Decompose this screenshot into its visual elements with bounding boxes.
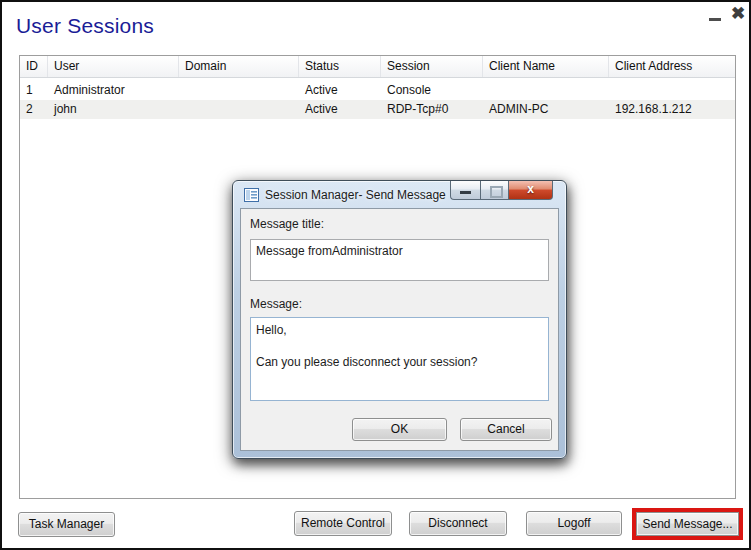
minimize-icon[interactable] <box>707 14 723 24</box>
cell-session: Console <box>381 81 483 100</box>
close-icon[interactable]: ✖ <box>728 3 748 25</box>
cell-status: Active <box>299 100 381 119</box>
table-header: ID User Domain Status Session Client Nam… <box>20 56 735 78</box>
cell-client-address <box>609 81 735 100</box>
dialog-maximize-icon[interactable] <box>480 181 508 200</box>
remote-control-button[interactable]: Remote Control <box>294 511 392 536</box>
send-message-dialog: Session Manager- Send Message x Message … <box>232 180 567 459</box>
message-title-input[interactable]: Message fromAdministrator <box>250 239 549 281</box>
cell-user: john <box>48 100 179 119</box>
column-header-session[interactable]: Session <box>381 56 483 77</box>
cell-user: Administrator <box>48 81 179 100</box>
cell-client-name: ADMIN-PC <box>483 100 609 119</box>
cell-domain <box>179 100 299 119</box>
dialog-title: Session Manager- Send Message <box>265 188 446 202</box>
column-header-id[interactable]: ID <box>20 56 48 77</box>
column-header-status[interactable]: Status <box>299 56 381 77</box>
column-header-client-name[interactable]: Client Name <box>483 56 609 77</box>
cell-domain <box>179 81 299 100</box>
cell-client-address: 192.168.1.212 <box>609 100 735 119</box>
table-row[interactable]: 1 Administrator Active Console <box>20 81 735 100</box>
dialog-body: Message title: Message fromAdministrator… <box>240 208 559 451</box>
dialog-close-icon[interactable]: x <box>508 181 553 200</box>
table-body: 1 Administrator Active Console 2 john Ac… <box>20 81 735 119</box>
message-label: Message: <box>250 297 549 311</box>
dialog-button-row: OK Cancel <box>352 418 552 441</box>
table-row[interactable]: 2 john Active RDP-Tcp#0 ADMIN-PC 192.168… <box>20 100 735 119</box>
dialog-minimize-icon[interactable] <box>450 181 480 200</box>
ok-button[interactable]: OK <box>352 418 447 441</box>
cancel-button[interactable]: Cancel <box>460 418 552 441</box>
message-input[interactable]: Hello, Can you please disconnect your se… <box>250 317 549 401</box>
dialog-caption-buttons: x <box>450 181 553 200</box>
user-sessions-window: User Sessions ✖ ID User Domain Status Se… <box>0 0 751 550</box>
send-message-button[interactable]: Send Message... <box>636 512 739 536</box>
column-header-user[interactable]: User <box>48 56 179 77</box>
cell-session: RDP-Tcp#0 <box>381 100 483 119</box>
send-message-highlight: Send Message... <box>632 508 743 540</box>
cell-client-name <box>483 81 609 100</box>
dialog-icon <box>244 188 259 202</box>
cell-status: Active <box>299 81 381 100</box>
cell-id: 1 <box>20 81 48 100</box>
cell-id: 2 <box>20 100 48 119</box>
logoff-button[interactable]: Logoff <box>526 511 622 536</box>
message-title-label: Message title: <box>250 217 549 231</box>
column-header-client-address[interactable]: Client Address <box>609 56 735 77</box>
page-title: User Sessions <box>16 14 154 38</box>
task-manager-button[interactable]: Task Manager <box>18 512 115 537</box>
column-header-domain[interactable]: Domain <box>179 56 299 77</box>
disconnect-button[interactable]: Disconnect <box>409 511 507 536</box>
